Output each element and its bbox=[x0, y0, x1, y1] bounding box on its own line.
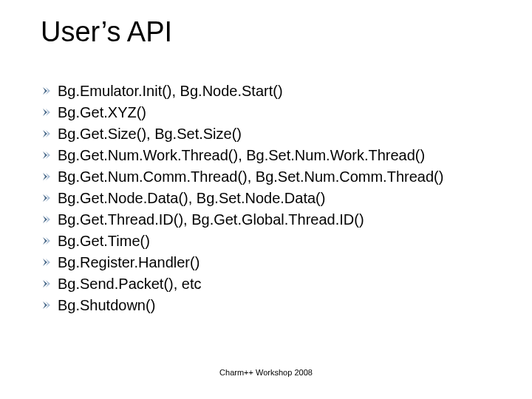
list-item-text: Bg.Shutdown() bbox=[58, 296, 502, 315]
list-item: Bg.Get.Num.Comm.Thread(), Bg.Set.Num.Com… bbox=[43, 167, 502, 186]
list-item: Bg.Shutdown() bbox=[43, 296, 502, 315]
list-item-text: Bg.Emulator.Init(), Bg.Node.Start() bbox=[58, 81, 502, 100]
list-item-text: Bg.Get.Num.Work.Thread(), Bg.Set.Num.Wor… bbox=[58, 146, 502, 165]
list-item-text: Bg.Get.XYZ() bbox=[58, 103, 502, 122]
arrow-icon bbox=[43, 188, 58, 208]
arrow-icon bbox=[43, 81, 58, 100]
arrow-icon bbox=[43, 103, 58, 122]
arrow-icon bbox=[43, 167, 58, 186]
list-item-text: Bg.Get.Time() bbox=[58, 231, 502, 250]
arrow-icon bbox=[43, 253, 58, 272]
list-item-text: Bg.Get.Node.Data(), Bg.Set.Node.Data() bbox=[58, 188, 502, 208]
list-item-text: Bg.Get.Num.Comm.Thread(), Bg.Set.Num.Com… bbox=[58, 167, 502, 186]
arrow-icon bbox=[43, 274, 58, 293]
list-item-text: Bg.Get.Thread.ID(), Bg.Get.Global.Thread… bbox=[58, 210, 502, 229]
list-item: Bg.Get.Node.Data(), Bg.Set.Node.Data() bbox=[43, 188, 502, 208]
list-item: Bg.Send.Packet(), etc bbox=[43, 274, 502, 293]
list-item: Bg.Get.Time() bbox=[43, 231, 502, 250]
list-item: Bg.Emulator.Init(), Bg.Node.Start() bbox=[43, 81, 502, 100]
list-item: Bg.Get.Thread.ID(), Bg.Get.Global.Thread… bbox=[43, 210, 502, 229]
arrow-icon bbox=[43, 210, 58, 229]
slide-title: User’s API bbox=[41, 16, 172, 48]
list-item: Bg.Register.Handler() bbox=[43, 253, 502, 272]
slide: User’s API Bg.Emulator.Init(), Bg.Node.S… bbox=[0, 0, 532, 399]
arrow-icon bbox=[43, 296, 58, 315]
slide-body: Bg.Emulator.Init(), Bg.Node.Start() Bg.G… bbox=[43, 81, 502, 317]
slide-footer: Charm++ Workshop 2008 bbox=[0, 368, 532, 377]
list-item: Bg.Get.Num.Work.Thread(), Bg.Set.Num.Wor… bbox=[43, 146, 502, 165]
arrow-icon bbox=[43, 231, 58, 250]
arrow-icon bbox=[43, 124, 58, 143]
list-item-text: Bg.Register.Handler() bbox=[58, 253, 502, 272]
list-item-text: Bg.Send.Packet(), etc bbox=[58, 274, 502, 293]
list-item: Bg.Get.XYZ() bbox=[43, 103, 502, 122]
list-item: Bg.Get.Size(), Bg.Set.Size() bbox=[43, 124, 502, 143]
list-item-text: Bg.Get.Size(), Bg.Set.Size() bbox=[58, 124, 502, 143]
arrow-icon bbox=[43, 146, 58, 165]
